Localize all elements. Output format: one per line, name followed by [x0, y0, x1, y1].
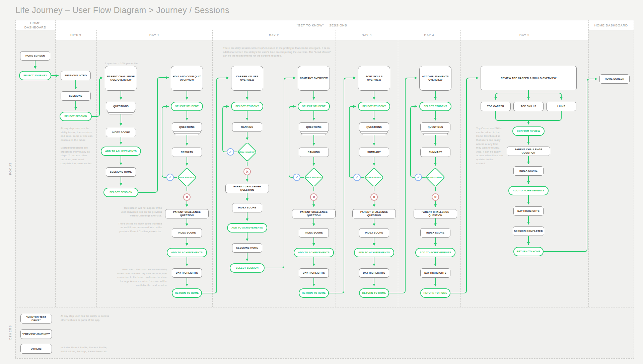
flow-edge-78 — [528, 93, 561, 99]
more-student-day3[interactable]: More student? — [364, 167, 384, 187]
mentor-test-drive[interactable]: “MENTOR TEST DRIVE” — [20, 314, 52, 324]
index-score-day4[interactable]: INDEX SCORE — [420, 228, 450, 238]
accomplishments-overview[interactable]: ACCOMPLISHMENTS OVERVIEW — [419, 66, 451, 91]
questions-day3-label: QUESTIONS — [359, 122, 389, 132]
parent-challenge-question-day2b[interactable]: PARENT CHALLENGE QUESTION — [292, 209, 336, 218]
preview-journey[interactable]: “PREVIEW JOURNEY” — [20, 329, 52, 339]
return-to-home-day4[interactable]: RETURN TO HOME — [420, 288, 450, 298]
questions-day3[interactable]: QUESTIONS — [359, 122, 389, 132]
select-session-day2[interactable]: SELECT SESSION — [230, 263, 265, 273]
add-to-achievements-day3[interactable]: ADD TO ACHIEVEMENTS — [354, 248, 394, 257]
add-to-achievements-day2a[interactable]: ADD TO ACHIEVEMENTS — [227, 223, 267, 233]
career-values-overview[interactable]: CAREER VALUES OVERVIEW — [231, 66, 263, 91]
confirm-review[interactable]: CONFIRM REVIEW — [512, 126, 545, 136]
no-day2a[interactable]: ✕ — [243, 168, 251, 175]
add-to-achievements-day4[interactable]: ADD TO ACHIEVEMENTS — [415, 248, 455, 257]
more-student-day2a[interactable]: More student? — [237, 142, 257, 162]
select-session-intro[interactable]: SELECT SESSION — [60, 112, 92, 121]
soft-skills-overview[interactable]: SOFT SKILLS OVERVIEW — [358, 66, 390, 91]
questions-day2b[interactable]: QUESTIONS — [299, 122, 329, 132]
questions-day1[interactable]: QUESTIONS — [172, 122, 202, 132]
no-day3[interactable]: ✕ — [370, 193, 378, 201]
select-journey[interactable]: SELECT JOURNEY — [19, 71, 51, 80]
home-screen-end[interactable]: HOME SCREEN — [599, 74, 630, 84]
flow-edge-16 — [162, 106, 168, 177]
note-daily-screens: There are daily session screens (2) incl… — [223, 46, 334, 58]
parent-challenge-question-day3[interactable]: PARENT CHALLENGE QUESTION — [352, 209, 396, 218]
sessions-intro[interactable]: SESSIONS INTRO — [61, 71, 91, 80]
select-session-day1[interactable]: SELECT SESSION — [103, 188, 138, 197]
return-to-home-day1[interactable]: RETURN TO HOME — [172, 288, 202, 298]
summary-day3[interactable]: SUMMARY — [359, 148, 389, 157]
sessions-home-day1[interactable]: SESSIONS HOME — [106, 167, 136, 177]
summary-day4[interactable]: SUMMARY — [420, 148, 450, 157]
yes-day2a[interactable]: ✓ — [227, 148, 234, 156]
index-score-day5[interactable]: INDEX SCORE — [513, 166, 544, 176]
add-to-achievements-day1-parent[interactable]: ADD TO ACHIEVEMENTS — [101, 147, 141, 156]
yes-day2b[interactable]: ✓ — [293, 174, 300, 181]
note-daily-division: Exercises / Sessions are divided daily. … — [117, 268, 167, 287]
company-overview[interactable]: COMPANY OVERVIEW — [298, 66, 330, 91]
day-highlights-day2[interactable]: DAY HIGHLIGHTS — [299, 268, 329, 278]
select-student-day3[interactable]: SELECT STUDENT — [358, 102, 390, 111]
return-to-home-day2[interactable]: RETURN TO HOME — [299, 288, 329, 298]
home-screen-start[interactable]: HOME SCREEN — [20, 51, 50, 61]
note-percentile: 1 question = 10% percentile — [105, 62, 152, 66]
parent-challenge-question-day5[interactable]: PARENT CHALLENGE QUESTION — [507, 147, 550, 156]
day-highlights-day1[interactable]: DAY HIGHLIGHTS — [172, 268, 202, 278]
parent-challenge-quiz-overview[interactable]: PARENT CHALLENGE QUIZ OVERVIEW — [105, 66, 137, 91]
day-highlights-day4[interactable]: DAY HIGHLIGHTS — [420, 268, 450, 278]
no-day4[interactable]: ✕ — [432, 193, 439, 201]
select-student-day1[interactable]: SELECT STUDENT — [171, 102, 203, 111]
flow-edge-76 — [496, 93, 528, 99]
no-day2b[interactable]: ✕ — [310, 193, 317, 201]
flow-edge-10 — [138, 78, 168, 192]
add-to-achievements-day5[interactable]: ADD TO ACHIEVEMENTS — [508, 186, 549, 195]
parent-challenge-question-day4[interactable]: PARENT CHALLENGE QUESTION — [414, 209, 457, 218]
parent-challenge-question-day2a[interactable]: PARENT CHALLENGE QUESTION — [225, 184, 269, 193]
more-student-day2a-label: More student? — [234, 151, 260, 154]
more-student-day2b-label: More student? — [301, 176, 327, 179]
others[interactable]: OTHERS — [20, 344, 52, 354]
yes-day1[interactable]: ✓ — [166, 174, 174, 181]
yes-day4[interactable]: ✓ — [415, 174, 422, 181]
select-student-day2b[interactable]: SELECT STUDENT — [298, 102, 330, 111]
index-score-day1-parent[interactable]: INDEX SCORE — [106, 128, 136, 137]
links[interactable]: LINKS — [546, 102, 576, 111]
results-day1[interactable]: RESULTS — [172, 148, 202, 157]
index-score-day2b[interactable]: INDEX SCORE — [299, 228, 329, 238]
ranking-day2a[interactable]: RANKING — [232, 122, 262, 132]
note-screen-skip: This screen will not appear If the user … — [118, 206, 162, 233]
index-score-day3[interactable]: INDEX SCORE — [359, 228, 389, 238]
return-to-home-day3[interactable]: RETURN TO HOME — [359, 288, 389, 298]
parent-challenge-question-day1[interactable]: PARENT CHALLENGE QUESTION — [165, 209, 209, 218]
review-top-career-skills-overview[interactable]: REVIEW TOP CAREER & SKILLS OVERVIEW — [481, 66, 577, 90]
questions-day1-parent[interactable]: QUESTIONS — [106, 102, 136, 111]
note-top-career: Top Career and Skills can be added in th… — [476, 126, 504, 165]
index-score-day2a[interactable]: INDEX SCORE — [232, 203, 262, 212]
yes-day3[interactable]: ✓ — [353, 174, 361, 181]
more-student-day4[interactable]: More student? — [425, 167, 445, 187]
note-other-features: At any step user has the ability to acce… — [61, 314, 114, 322]
select-student-day4[interactable]: SELECT STUDENT — [419, 102, 451, 111]
session-completed[interactable]: SESSION COMPLETED — [513, 226, 544, 236]
top-career[interactable]: TOP CAREER — [481, 102, 511, 111]
sessions-home-day2[interactable]: SESSIONS HOME — [232, 243, 262, 253]
index-score-day1[interactable]: INDEX SCORE — [172, 228, 202, 238]
ranking-day2b[interactable]: RANKING — [299, 148, 329, 157]
questions-day4[interactable]: QUESTIONS — [420, 122, 450, 132]
holland-code-quiz-overview[interactable]: HOLLAND CODE QUIZ OVERVIEW — [171, 66, 203, 91]
day-highlights-day3[interactable]: DAY HIGHLIGHTS — [359, 268, 389, 278]
top-skills[interactable]: TOP SKILLS — [513, 102, 544, 111]
return-to-home-day5[interactable]: RETURN TO HOME — [513, 247, 544, 256]
sessions[interactable]: SESSIONS — [61, 91, 91, 101]
more-student-day1[interactable]: More student? — [177, 167, 197, 187]
flow-edge-74 — [450, 78, 478, 293]
add-to-achievements-day2b[interactable]: ADD TO ACHIEVEMENTS — [294, 248, 334, 257]
day-highlights-day5[interactable]: DAY HIGHLIGHTS — [513, 206, 544, 216]
add-to-achievements-day1[interactable]: ADD TO ACHIEVEMENTS — [167, 248, 207, 257]
more-student-day2b[interactable]: More student? — [304, 167, 324, 187]
no-day1[interactable]: ✕ — [183, 193, 191, 201]
flow-edge-79 — [496, 111, 561, 120]
select-student-day2a[interactable]: SELECT STUDENT — [231, 102, 263, 111]
